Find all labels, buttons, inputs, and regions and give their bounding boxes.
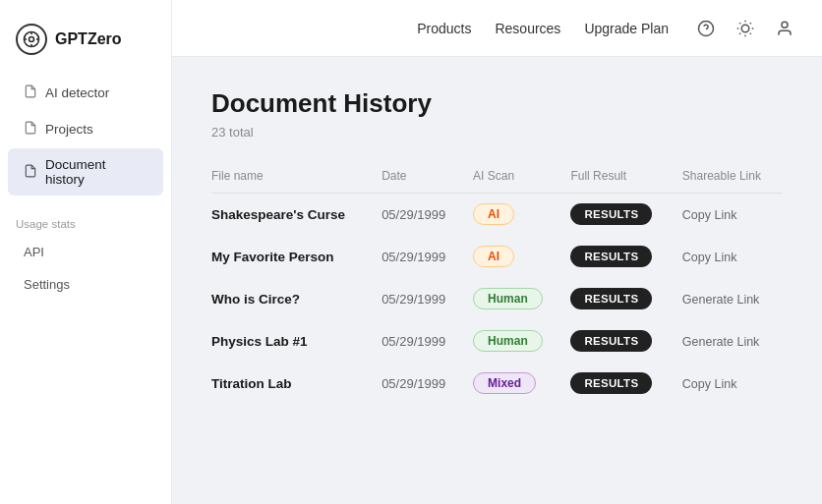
- ai-scan-badge: Human: [473, 330, 543, 352]
- svg-point-8: [741, 25, 749, 32]
- content-area: Document History 23 total File name Date…: [172, 57, 822, 504]
- col-header-date: Date: [374, 163, 465, 194]
- ai-scan-badge: AI: [473, 203, 514, 225]
- sidebar-item-document-history-label: Document history: [45, 157, 147, 187]
- date-cell: 05/29/1999: [382, 207, 445, 222]
- topnav-links: Products Resources Upgrade Plan: [417, 21, 669, 36]
- sidebar-item-projects[interactable]: Projects: [8, 112, 163, 146]
- table-row: Physics Lab #1 05/29/1999 Human RESULTS …: [211, 320, 783, 363]
- svg-point-17: [782, 22, 788, 28]
- logo-icon: [16, 24, 47, 55]
- sidebar-item-projects-label: Projects: [45, 122, 93, 137]
- sidebar-item-document-history[interactable]: Document history: [8, 148, 163, 196]
- svg-line-15: [739, 32, 740, 33]
- col-header-shareable-link: Shareable Link: [675, 163, 783, 194]
- topnav-icons: [692, 15, 798, 42]
- shareable-link[interactable]: Copy Link: [682, 208, 737, 222]
- col-header-full-result: Full Result: [562, 163, 674, 194]
- table-row: My Favorite Person 05/29/1999 AI RESULTS…: [211, 236, 783, 278]
- results-button[interactable]: RESULTS: [570, 330, 652, 352]
- svg-line-11: [739, 23, 740, 24]
- document-history-icon: [24, 164, 37, 181]
- col-header-filename: File name: [211, 163, 374, 194]
- shareable-link[interactable]: Generate Link: [682, 335, 760, 349]
- document-table: File name Date AI Scan Full Result Share…: [211, 163, 783, 405]
- page-subtitle: 23 total: [211, 125, 783, 140]
- shareable-link[interactable]: Copy Link: [682, 251, 737, 264]
- results-button[interactable]: RESULTS: [570, 372, 652, 394]
- sidebar-item-api-label: API: [24, 245, 44, 259]
- results-button[interactable]: RESULTS: [570, 246, 652, 267]
- topnav-upgrade[interactable]: Upgrade Plan: [584, 21, 669, 36]
- logo-text: GPTZero: [55, 30, 122, 48]
- topnav-products[interactable]: Products: [417, 21, 471, 36]
- date-cell: 05/29/1999: [382, 334, 445, 349]
- sidebar-section-label: Usage stats: [0, 212, 171, 236]
- file-name-cell: Shakespeare's Curse: [211, 207, 345, 222]
- table-header-row: File name Date AI Scan Full Result Share…: [211, 163, 783, 194]
- shareable-link[interactable]: Copy Link: [682, 377, 737, 391]
- svg-line-12: [750, 32, 751, 33]
- page-title: Document History: [211, 88, 783, 119]
- logo-area: GPTZero: [0, 16, 171, 75]
- date-cell: 05/29/1999: [382, 292, 445, 307]
- sidebar-item-ai-detector[interactable]: AI detector: [8, 76, 163, 110]
- ai-scan-badge: AI: [473, 246, 514, 267]
- date-cell: 05/29/1999: [382, 376, 445, 391]
- ai-detector-icon: [24, 84, 37, 101]
- ai-scan-badge: Human: [473, 288, 543, 309]
- table-row: Titration Lab 05/29/1999 Mixed RESULTS C…: [211, 363, 783, 405]
- help-icon[interactable]: [692, 15, 720, 42]
- table-row: Shakespeare's Curse 05/29/1999 AI RESULT…: [211, 194, 783, 236]
- top-navigation: Products Resources Upgrade Plan: [172, 0, 822, 57]
- main-area: Products Resources Upgrade Plan Document…: [172, 0, 822, 504]
- projects-icon: [24, 121, 37, 138]
- file-name-cell: My Favorite Person: [211, 250, 334, 264]
- table-row: Who is Circe? 05/29/1999 Human RESULTS G…: [211, 278, 783, 320]
- file-name-cell: Physics Lab #1: [211, 334, 308, 349]
- topnav-resources[interactable]: Resources: [495, 21, 560, 36]
- file-name-cell: Who is Circe?: [211, 292, 300, 307]
- user-icon[interactable]: [771, 15, 798, 42]
- ai-scan-badge: Mixed: [473, 372, 536, 394]
- sidebar-item-api[interactable]: API: [8, 237, 163, 267]
- sidebar-item-ai-detector-label: AI detector: [45, 85, 109, 100]
- sidebar-item-settings[interactable]: Settings: [8, 269, 163, 300]
- shareable-link[interactable]: Generate Link: [682, 293, 760, 307]
- results-button[interactable]: RESULTS: [570, 203, 652, 225]
- results-button[interactable]: RESULTS: [570, 288, 652, 309]
- theme-toggle-icon[interactable]: [732, 15, 759, 42]
- date-cell: 05/29/1999: [382, 250, 445, 264]
- sidebar: GPTZero AI detector Projects Document hi…: [0, 0, 172, 504]
- col-header-ai-scan: AI Scan: [465, 163, 562, 194]
- svg-line-16: [750, 23, 751, 24]
- file-name-cell: Titration Lab: [211, 376, 292, 391]
- sidebar-item-settings-label: Settings: [24, 277, 70, 292]
- svg-point-1: [29, 37, 34, 42]
